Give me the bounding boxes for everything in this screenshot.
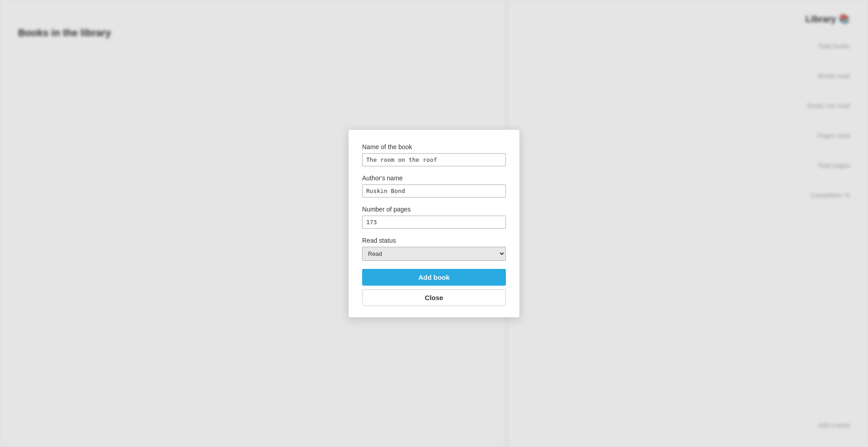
author-group: Author's name bbox=[362, 174, 506, 198]
pages-input[interactable] bbox=[362, 216, 506, 229]
close-button[interactable]: Close bbox=[362, 289, 506, 306]
book-name-input[interactable] bbox=[362, 153, 506, 166]
read-status-select[interactable]: Read Not Read Reading bbox=[362, 247, 506, 261]
pages-group: Number of pages bbox=[362, 206, 506, 229]
author-label: Author's name bbox=[362, 174, 506, 182]
read-status-group: Read status Read Not Read Reading bbox=[362, 237, 506, 261]
author-input[interactable] bbox=[362, 184, 506, 198]
book-name-label: Name of the book bbox=[362, 143, 506, 151]
pages-label: Number of pages bbox=[362, 206, 506, 213]
modal-overlay: Name of the book Author's name Number of… bbox=[0, 0, 868, 447]
add-book-modal: Name of the book Author's name Number of… bbox=[348, 129, 520, 318]
add-book-button[interactable]: Add book bbox=[362, 269, 506, 286]
read-status-label: Read status bbox=[362, 237, 506, 244]
book-name-group: Name of the book bbox=[362, 143, 506, 166]
